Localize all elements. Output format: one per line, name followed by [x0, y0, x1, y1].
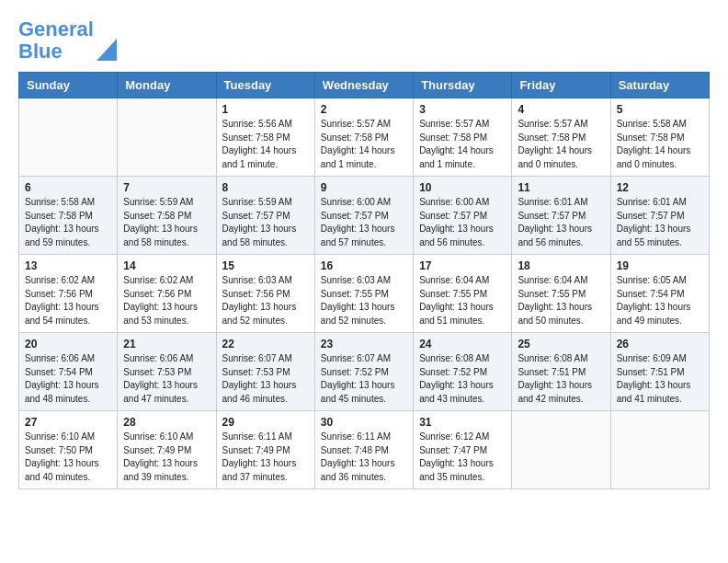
- day-info: Sunrise: 6:03 AMSunset: 7:56 PMDaylight:…: [222, 274, 309, 327]
- calendar-cell: 1Sunrise: 5:56 AMSunset: 7:58 PMDaylight…: [216, 98, 314, 177]
- day-number: 22: [222, 338, 309, 350]
- calendar-cell: 28Sunrise: 6:10 AMSunset: 7:49 PMDayligh…: [118, 411, 216, 489]
- calendar-week-row: 1Sunrise: 5:56 AMSunset: 7:58 PMDaylight…: [19, 98, 710, 177]
- day-number: 8: [222, 181, 309, 194]
- calendar-cell: 4Sunrise: 5:57 AMSunset: 7:58 PMDaylight…: [512, 98, 610, 177]
- day-info: Sunrise: 6:01 AMSunset: 7:57 PMDaylight:…: [518, 196, 604, 249]
- calendar-cell: 3Sunrise: 5:57 AMSunset: 7:58 PMDaylight…: [414, 98, 512, 177]
- day-number: 12: [617, 181, 703, 194]
- calendar-cell: 9Sunrise: 6:00 AMSunset: 7:57 PMDaylight…: [314, 177, 413, 255]
- logo-text: General Blue: [18, 18, 94, 63]
- day-info: Sunrise: 5:59 AMSunset: 7:58 PMDaylight:…: [123, 196, 210, 249]
- calendar-cell: 5Sunrise: 5:58 AMSunset: 7:58 PMDaylight…: [610, 98, 709, 177]
- day-number: 28: [123, 416, 210, 429]
- day-info: Sunrise: 5:56 AMSunset: 7:58 PMDaylight:…: [222, 118, 309, 171]
- day-number: 19: [617, 259, 703, 272]
- day-info: Sunrise: 6:06 AMSunset: 7:53 PMDaylight:…: [123, 352, 210, 406]
- calendar-cell: 24Sunrise: 6:08 AMSunset: 7:52 PMDayligh…: [414, 333, 512, 411]
- day-info: Sunrise: 6:04 AMSunset: 7:55 PMDaylight:…: [518, 274, 604, 327]
- calendar-cell: 26Sunrise: 6:09 AMSunset: 7:51 PMDayligh…: [610, 333, 709, 411]
- day-info: Sunrise: 6:06 AMSunset: 7:54 PMDaylight:…: [25, 352, 111, 406]
- day-info: Sunrise: 6:07 AMSunset: 7:53 PMDaylight:…: [222, 352, 309, 406]
- calendar-cell: [512, 411, 610, 489]
- day-info: Sunrise: 6:10 AMSunset: 7:49 PMDaylight:…: [123, 431, 210, 484]
- day-info: Sunrise: 6:02 AMSunset: 7:56 PMDaylight:…: [123, 274, 210, 327]
- calendar-week-row: 6Sunrise: 5:58 AMSunset: 7:58 PMDaylight…: [19, 177, 710, 255]
- weekday-header: Sunday: [19, 73, 118, 98]
- day-info: Sunrise: 6:05 AMSunset: 7:54 PMDaylight:…: [617, 274, 703, 327]
- day-info: Sunrise: 5:57 AMSunset: 7:58 PMDaylight:…: [321, 118, 407, 171]
- day-number: 26: [617, 338, 703, 350]
- day-number: 23: [321, 338, 407, 350]
- calendar-cell: 7Sunrise: 5:59 AMSunset: 7:58 PMDaylight…: [118, 177, 216, 255]
- calendar-cell: 12Sunrise: 6:01 AMSunset: 7:57 PMDayligh…: [610, 177, 709, 255]
- day-info: Sunrise: 6:09 AMSunset: 7:51 PMDaylight:…: [617, 352, 703, 406]
- calendar-cell: 6Sunrise: 5:58 AMSunset: 7:58 PMDaylight…: [19, 177, 118, 255]
- day-number: 24: [419, 338, 506, 350]
- day-number: 29: [222, 416, 309, 429]
- day-info: Sunrise: 6:11 AMSunset: 7:49 PMDaylight:…: [222, 431, 309, 484]
- day-info: Sunrise: 6:12 AMSunset: 7:47 PMDaylight:…: [419, 431, 506, 484]
- calendar-table: SundayMondayTuesdayWednesdayThursdayFrid…: [18, 72, 710, 489]
- weekday-header: Friday: [512, 73, 610, 98]
- day-number: 7: [123, 181, 210, 194]
- calendar-cell: 11Sunrise: 6:01 AMSunset: 7:57 PMDayligh…: [512, 177, 610, 255]
- calendar-cell: 27Sunrise: 6:10 AMSunset: 7:50 PMDayligh…: [19, 411, 118, 489]
- day-number: 15: [222, 259, 309, 272]
- day-number: 27: [25, 416, 111, 429]
- day-info: Sunrise: 6:02 AMSunset: 7:56 PMDaylight:…: [25, 274, 111, 327]
- calendar-cell: 15Sunrise: 6:03 AMSunset: 7:56 PMDayligh…: [216, 255, 314, 333]
- day-number: 25: [518, 338, 604, 350]
- weekday-header: Tuesday: [216, 73, 314, 98]
- day-number: 3: [419, 103, 506, 116]
- calendar-cell: 17Sunrise: 6:04 AMSunset: 7:55 PMDayligh…: [414, 255, 512, 333]
- logo-icon: [97, 39, 117, 61]
- calendar-cell: 30Sunrise: 6:11 AMSunset: 7:48 PMDayligh…: [314, 411, 413, 489]
- day-number: 20: [25, 338, 111, 350]
- weekday-header: Thursday: [414, 73, 512, 98]
- logo: General Blue: [18, 18, 117, 63]
- calendar-cell: 22Sunrise: 6:07 AMSunset: 7:53 PMDayligh…: [216, 333, 314, 411]
- weekday-header: Monday: [118, 73, 216, 98]
- day-info: Sunrise: 6:10 AMSunset: 7:50 PMDaylight:…: [25, 431, 111, 484]
- calendar-cell: 2Sunrise: 5:57 AMSunset: 7:58 PMDaylight…: [314, 98, 413, 177]
- day-info: Sunrise: 6:00 AMSunset: 7:57 PMDaylight:…: [321, 196, 407, 249]
- day-info: Sunrise: 6:03 AMSunset: 7:55 PMDaylight:…: [321, 274, 407, 327]
- calendar-cell: 25Sunrise: 6:08 AMSunset: 7:51 PMDayligh…: [512, 333, 610, 411]
- day-number: 21: [123, 338, 210, 350]
- day-number: 5: [617, 103, 703, 116]
- day-number: 6: [25, 181, 111, 194]
- day-number: 31: [419, 416, 506, 429]
- calendar-cell: 20Sunrise: 6:06 AMSunset: 7:54 PMDayligh…: [19, 333, 118, 411]
- calendar-week-row: 27Sunrise: 6:10 AMSunset: 7:50 PMDayligh…: [19, 411, 710, 489]
- calendar-cell: 14Sunrise: 6:02 AMSunset: 7:56 PMDayligh…: [118, 255, 216, 333]
- day-info: Sunrise: 6:04 AMSunset: 7:55 PMDaylight:…: [419, 274, 506, 327]
- day-number: 10: [419, 181, 506, 194]
- day-number: 17: [419, 259, 506, 272]
- day-info: Sunrise: 6:00 AMSunset: 7:57 PMDaylight:…: [419, 196, 506, 249]
- day-info: Sunrise: 6:08 AMSunset: 7:52 PMDaylight:…: [419, 352, 506, 406]
- calendar-cell: 8Sunrise: 5:59 AMSunset: 7:57 PMDaylight…: [216, 177, 314, 255]
- day-number: 4: [518, 103, 604, 116]
- day-info: Sunrise: 6:01 AMSunset: 7:57 PMDaylight:…: [617, 196, 703, 249]
- weekday-header: Wednesday: [314, 73, 413, 98]
- day-info: Sunrise: 6:08 AMSunset: 7:51 PMDaylight:…: [518, 352, 604, 406]
- day-info: Sunrise: 5:58 AMSunset: 7:58 PMDaylight:…: [25, 196, 111, 249]
- weekday-header: Saturday: [610, 73, 709, 98]
- page-header: General Blue: [18, 18, 710, 63]
- day-number: 30: [321, 416, 407, 429]
- calendar-cell: 18Sunrise: 6:04 AMSunset: 7:55 PMDayligh…: [512, 255, 610, 333]
- day-number: 13: [25, 259, 111, 272]
- calendar-cell: 23Sunrise: 6:07 AMSunset: 7:52 PMDayligh…: [314, 333, 413, 411]
- calendar-cell: 21Sunrise: 6:06 AMSunset: 7:53 PMDayligh…: [118, 333, 216, 411]
- calendar-header-row: SundayMondayTuesdayWednesdayThursdayFrid…: [19, 73, 710, 98]
- day-info: Sunrise: 5:57 AMSunset: 7:58 PMDaylight:…: [518, 118, 604, 171]
- calendar-cell: 13Sunrise: 6:02 AMSunset: 7:56 PMDayligh…: [19, 255, 118, 333]
- svg-marker-0: [97, 39, 117, 61]
- day-number: 9: [321, 181, 407, 194]
- calendar-cell: 10Sunrise: 6:00 AMSunset: 7:57 PMDayligh…: [414, 177, 512, 255]
- day-number: 18: [518, 259, 604, 272]
- calendar-cell: [118, 98, 216, 177]
- day-number: 16: [321, 259, 407, 272]
- day-number: 2: [321, 103, 407, 116]
